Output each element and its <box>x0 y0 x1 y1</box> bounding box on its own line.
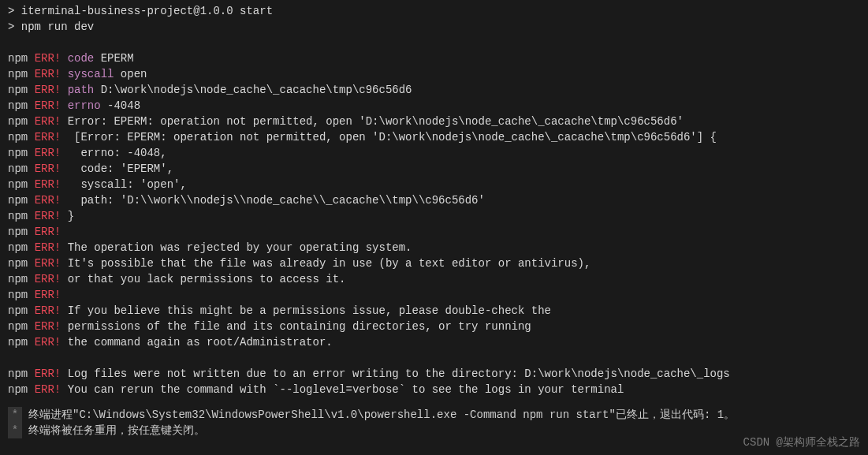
error-line: npm ERR! [Error: EPERM: operation not pe… <box>8 129 860 145</box>
error-line: npm ERR! code EPERM <box>8 50 860 66</box>
error-line: npm ERR! the command again as root/Admin… <box>8 334 860 350</box>
error-line: npm ERR! You can rerun the command with … <box>8 382 860 397</box>
error-line: npm ERR! errno -4048 <box>8 98 860 114</box>
error-line: npm ERR! If you believe this might be a … <box>8 303 860 319</box>
bullet-icon: * <box>8 407 22 423</box>
error-line: npm ERR! <box>8 287 860 303</box>
error-line: npm ERR! syscall: 'open', <box>8 177 860 192</box>
error-line: npm ERR! path D:\work\nodejs\node_cache\… <box>8 82 860 98</box>
blank-line <box>8 350 860 366</box>
watermark: CSDN @架构师全栈之路 <box>743 434 860 450</box>
status-line: *终端将被任务重用，按任意键关闭。 <box>8 423 860 438</box>
error-line: npm ERR! The operation was rejected by y… <box>8 240 860 255</box>
error-line: npm ERR! } <box>8 208 860 224</box>
command-line: > npm run dev <box>8 19 860 35</box>
error-line: npm ERR! permissions of the file and its… <box>8 319 860 334</box>
command-line: > iterminal-business-project@1.0.0 start <box>8 3 860 19</box>
error-line: npm ERR! Error: EPERM: operation not per… <box>8 114 860 129</box>
error-line: npm ERR! code: 'EPERM', <box>8 161 860 177</box>
error-line: npm ERR! path: 'D:\\work\\nodejs\\node_c… <box>8 192 860 208</box>
error-line: npm ERR! Log files were not written due … <box>8 366 860 382</box>
error-line: npm ERR! errno: -4048, <box>8 145 860 161</box>
terminal-output[interactable]: > iterminal-business-project@1.0.0 start… <box>0 0 868 401</box>
bullet-icon: * <box>8 423 22 438</box>
error-line: npm ERR! It's possible that the file was… <box>8 255 860 271</box>
error-line: npm ERR! or that you lack permissions to… <box>8 271 860 287</box>
error-line: npm ERR! <box>8 224 860 240</box>
error-line: npm ERR! syscall open <box>8 66 860 82</box>
terminal-status: *终端进程"C:\Windows\System32\WindowsPowerSh… <box>0 405 868 443</box>
status-line: *终端进程"C:\Windows\System32\WindowsPowerSh… <box>8 407 860 423</box>
blank-line <box>8 35 860 50</box>
